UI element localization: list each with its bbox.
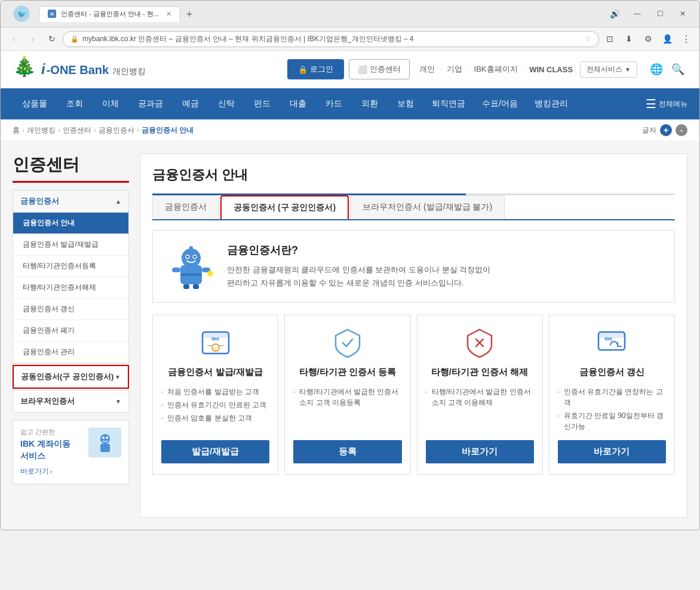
link-win-class[interactable]: WIN CLASS	[529, 65, 573, 74]
nav-back-btn[interactable]: ‹	[5, 30, 22, 47]
nav-item-fund[interactable]: 펀드	[244, 90, 280, 118]
star-icon[interactable]: ☆	[585, 35, 591, 43]
nav-item-inquiry[interactable]: 조회	[57, 90, 93, 118]
card-4-list-item-2: 유효기간 만료일 90일전부터 갱신가능	[564, 411, 664, 431]
svg-point-11	[194, 256, 196, 258]
shield-check-icon	[331, 326, 364, 359]
svg-point-2	[100, 434, 110, 444]
card-4-list-item-1: 인증서 유효기간을 연장하는 고객	[564, 388, 663, 407]
nav-item-insurance[interactable]: 보험	[388, 90, 423, 118]
breadcrumb-fin-cert[interactable]: 금융인증서	[99, 125, 134, 136]
issue-button[interactable]: 발급/재발급	[161, 440, 269, 463]
nav-menu-btn[interactable]: ⋮	[678, 30, 695, 47]
svg-point-10	[186, 256, 189, 258]
sound-icon[interactable]: 🔊	[604, 5, 625, 22]
globe-icon[interactable]: 🌐	[647, 60, 666, 79]
breadcrumb-current: 금융인증서 안내	[142, 125, 194, 136]
register-button[interactable]: 등록	[293, 440, 401, 463]
sidebar-section-browser-cert-title: 브라우저인증서	[20, 396, 75, 407]
link-personal[interactable]: 개인	[419, 64, 435, 75]
sidebar-item-issue[interactable]: 금융인증서 발급/재발급	[13, 234, 128, 256]
window-maximize-btn[interactable]: ☐	[649, 5, 671, 22]
window-minimize-btn[interactable]: —	[627, 5, 648, 22]
nav-hamburger-icon[interactable]: ☰	[646, 97, 656, 111]
logo-i: i	[41, 61, 45, 78]
card-2-list-item-1: 타행/타기관에서 발급한 인증서 소지 고객 이용등록	[299, 388, 398, 407]
link-ibk-homepage[interactable]: IBK홈페이지	[474, 64, 518, 75]
all-menu-label[interactable]: 전체메뉴	[659, 99, 687, 109]
link-corporate[interactable]: 기업	[447, 64, 462, 75]
lock-icon: 🔒	[298, 65, 308, 74]
card-1-title: 금융인증서 발급/재발급	[168, 367, 262, 378]
nav-settings-btn[interactable]: ⚙	[640, 30, 656, 47]
nav-item-forex[interactable]: 외환	[352, 90, 388, 118]
font-increase-btn[interactable]: +	[660, 124, 672, 136]
shield-x-icon	[463, 326, 496, 359]
tab-close-btn[interactable]: ✕	[166, 10, 171, 18]
cancel-reg-button[interactable]: 바로가기	[426, 440, 534, 463]
full-service-dropdown[interactable]: 전체서비스 ▼	[580, 62, 637, 78]
sidebar-section-browser-cert[interactable]: 브라우저인증서 ▼	[13, 390, 129, 413]
renew-button[interactable]: 바로가기	[558, 440, 666, 463]
nav-download-btn[interactable]: ⬇	[621, 30, 637, 47]
window-close-btn[interactable]: ✕	[672, 5, 693, 22]
breadcrumb-home[interactable]: 홈	[13, 125, 20, 136]
robot-mascot-icon	[167, 242, 215, 290]
nav-item-transfer[interactable]: 이체	[93, 90, 128, 118]
nav-refresh-btn[interactable]: ↻	[44, 30, 60, 47]
search-icon[interactable]: 🔍	[668, 60, 687, 79]
card-1-list-item-1: 처음 인증서를 발급받는 고객	[167, 388, 259, 396]
nav-item-deposit[interactable]: 예금	[173, 90, 208, 118]
nav-item-card[interactable]: 카드	[316, 90, 352, 118]
font-size-label: 글자	[642, 125, 656, 136]
sidebar-item-renew[interactable]: 금융인증서 갱신	[13, 299, 128, 320]
sidebar-item-cancel-other[interactable]: 타행/타기관인증서해제	[13, 277, 128, 299]
nav-cast-btn[interactable]: ⊡	[601, 30, 618, 47]
svg-rect-25	[207, 345, 212, 346]
sidebar-item-manage[interactable]: 금융인증서 관리	[13, 342, 128, 363]
nav-item-banking-mgmt[interactable]: 뱅킹관리	[526, 90, 576, 118]
svg-text:🐦: 🐦	[17, 10, 26, 19]
breadcrumb-personal[interactable]: 개인뱅킹	[27, 125, 56, 136]
info-mascot	[167, 242, 215, 290]
card-4-title: 금융인증서 갱신	[579, 367, 644, 378]
svg-rect-14	[172, 268, 180, 272]
service-card-issue: IBK ✓ 금융인증서 발급/재발급 · 처음 인증서를 발급받는	[152, 315, 278, 475]
tab-fin-cert[interactable]: 금융인증서	[152, 195, 219, 219]
svg-text:IBK: IBK	[604, 336, 613, 342]
sidebar-item-revoke[interactable]: 금융인증서 폐기	[13, 320, 128, 342]
nav-item-trust[interactable]: 신탁	[208, 90, 244, 118]
banner-arrow-icon: ›	[50, 468, 52, 475]
nav-item-loan[interactable]: 대출	[280, 90, 316, 118]
nav-item-pension[interactable]: 퇴직연금	[423, 90, 474, 118]
breadcrumb-sep-4: ›	[137, 126, 139, 134]
nav-item-products[interactable]: 상품몰	[13, 90, 57, 118]
breadcrumb-sep-1: ›	[22, 126, 24, 134]
logo-personal-banking: 개인뱅킹	[112, 66, 146, 77]
breadcrumb-cert-center[interactable]: 인증센터	[63, 125, 91, 136]
address-bar-text[interactable]: mybank.ibk.co.kr 인증센터 – 금융인증서 안내 – 현재 위치…	[82, 34, 581, 44]
card-3-title: 타행/타기관 인증서 해제	[431, 367, 529, 378]
sidebar-section-fin-cert-header[interactable]: 금융인증서 ▲	[13, 190, 128, 213]
sidebar-item-reg-other[interactable]: 타행/타기관인증서등록	[13, 256, 128, 277]
ibk-banner-link[interactable]: 바로가기 ›	[20, 466, 121, 477]
font-decrease-btn[interactable]: -	[676, 124, 687, 136]
info-box: 금융인증서란? 안전한 금융결제원의 클라우드에 인증서를 보관하여 도용이나 …	[152, 230, 675, 303]
login-button[interactable]: 🔒 로그인	[287, 59, 344, 79]
svg-rect-18	[183, 284, 189, 289]
nav-account-btn[interactable]: 👤	[659, 30, 676, 47]
tab-joint-cert[interactable]: 공동인증서 (구 공인인증서)	[220, 195, 349, 219]
ibk-banner: 쉽고 간편한 IBK 계좌이동 서비스 바로가기 ›	[13, 420, 129, 484]
tab-browser-cert[interactable]: 브라우저인증서 (발급/재발급 불가)	[350, 195, 505, 219]
logo-one-bank: -ONE Bank	[47, 63, 109, 77]
sidebar-section-joint-cert[interactable]: 공동인증서(구 공인인증서) ▼	[13, 365, 129, 389]
nav-item-utility[interactable]: 공과금	[128, 90, 173, 118]
cert-center-button[interactable]: ⬜ 인증센터	[349, 59, 410, 79]
nav-forward-btn[interactable]: ›	[24, 30, 41, 47]
svg-rect-3	[100, 444, 110, 452]
sidebar-item-cert-guide[interactable]: 금융인증서 안내	[13, 213, 128, 234]
nav-item-checks[interactable]: 수표/어음	[474, 90, 526, 118]
new-tab-button[interactable]: +	[182, 7, 198, 22]
ibk-refresh-icon: IBK	[595, 326, 628, 359]
active-browser-tab[interactable]: N 인증센터 - 금융인증서 안내 - 현... ✕	[39, 6, 180, 22]
